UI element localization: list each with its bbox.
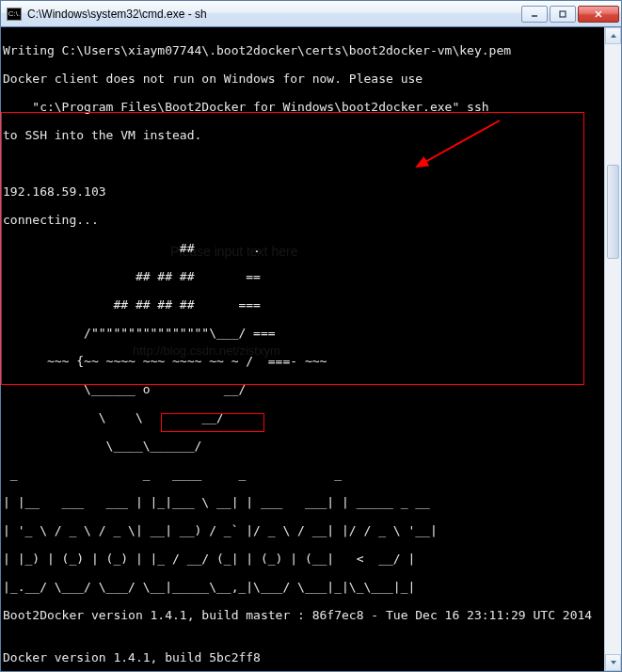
chevron-up-icon [609, 31, 618, 40]
term-line: Boot2Docker version 1.4.1, build master … [3, 608, 602, 622]
term-line: \______ o __/ [3, 382, 602, 396]
term-line: "c:\Program Files\Boot2Docker for Window… [3, 100, 602, 114]
scroll-down-button[interactable] [605, 654, 621, 671]
term-line: Docker version 1.4.1, build 5bc2ff8 [3, 650, 602, 664]
svg-rect-1 [560, 11, 566, 17]
window-titlebar: C:\. C:\Windows\system32\cmd.exe - sh [1, 1, 621, 27]
window-buttons [519, 6, 619, 23]
svg-marker-5 [611, 661, 616, 664]
term-line: _ _ ____ _ _ [3, 467, 602, 481]
scroll-up-button[interactable] [605, 27, 621, 44]
terminal-output[interactable]: Writing C:\Users\xiaym07744\.boot2docker… [1, 27, 604, 671]
term-line: \____\______/ [3, 439, 602, 453]
maximize-button[interactable] [550, 6, 576, 23]
term-line: to SSH into the VM instead. [3, 128, 602, 142]
minimize-icon [530, 9, 539, 19]
window-title: C:\Windows\system32\cmd.exe - sh [27, 8, 519, 21]
minimize-button[interactable] [521, 6, 548, 23]
term-line: Writing C:\Users\xiaym07744\.boot2docker… [3, 43, 602, 57]
close-icon [594, 9, 603, 19]
term-line: |_.__/ \___/ \___/ \__|_____\__,_|\___/ … [3, 580, 602, 594]
term-line: | |_) | (_) | (_) | |_ / __/ (_| | (_) |… [3, 552, 602, 566]
term-line: ## ## ## == [3, 269, 602, 283]
term-line: Docker client does not run on Windows fo… [3, 72, 602, 86]
term-line: /""""""""""""""""\___/ === [3, 326, 602, 340]
cmd-icon: C:\. [7, 8, 22, 21]
term-line: connecting... [3, 213, 602, 227]
term-line: ## . [3, 241, 602, 255]
svg-marker-4 [611, 34, 616, 38]
term-line: | |__ ___ ___ | |_|___ \ __| | ___ ___| … [3, 495, 602, 509]
term-line: \ \ __/ [3, 410, 602, 424]
scroll-thumb[interactable] [607, 165, 619, 259]
term-line: ~~~ {~~ ~~~~ ~~~ ~~~~ ~~ ~ / ===- ~~~ [3, 354, 602, 368]
term-line: ## ## ## ## === [3, 297, 602, 312]
close-button[interactable] [578, 6, 619, 23]
chevron-down-icon [609, 658, 618, 667]
vertical-scrollbar[interactable] [604, 27, 621, 671]
scroll-track[interactable] [605, 44, 621, 654]
maximize-icon [558, 9, 567, 19]
term-line: | '_ \ / _ \ / _ \| __| __) / _` |/ _ \ … [3, 523, 602, 537]
term-line: 192.168.59.103 [3, 184, 602, 199]
